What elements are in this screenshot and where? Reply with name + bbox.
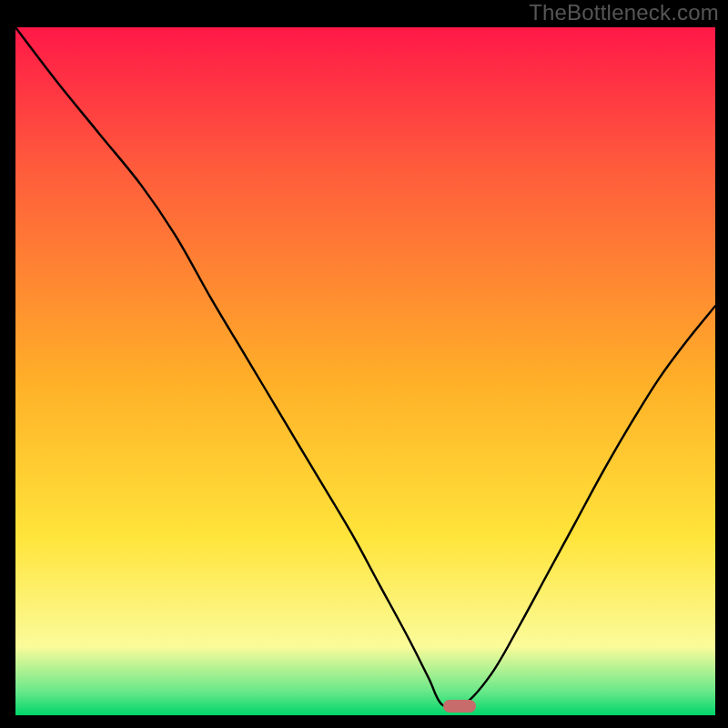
minimum-marker	[443, 700, 476, 713]
gradient-background	[15, 27, 715, 715]
plot-svg	[15, 27, 715, 715]
chart-frame: TheBottleneck.com	[0, 0, 728, 728]
plot-area	[15, 27, 715, 715]
watermark-text: TheBottleneck.com	[529, 0, 719, 25]
